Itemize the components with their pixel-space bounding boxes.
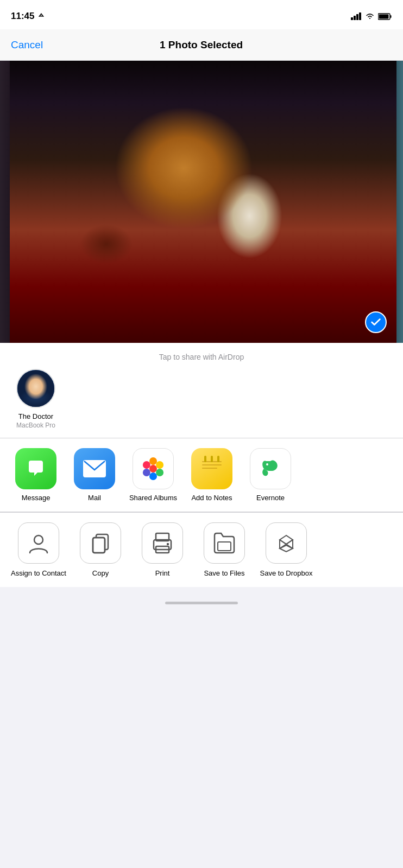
action-assign-contact[interactable]: Assign to Contact [9,522,68,578]
svg-rect-4 [359,12,361,20]
svg-rect-22 [211,456,213,462]
airdrop-device[interactable]: The Doctor MacBook Pro [16,369,55,429]
action-shared-albums[interactable]: Shared Albums [126,448,180,503]
home-bar [165,602,238,604]
copy-icon [80,522,121,564]
svg-point-13 [156,469,163,476]
action-copy[interactable]: Copy [71,522,130,578]
svg-rect-20 [202,468,217,469]
action-mail[interactable]: Mail [67,448,122,503]
system-actions-scroll: Assign to Contact Copy [0,522,403,578]
device-name: The Doctor [18,412,53,420]
svg-rect-7 [379,14,389,18]
system-actions-row: Assign to Contact Copy [0,513,403,587]
svg-rect-32 [167,543,169,545]
svg-point-24 [266,463,268,465]
signal-icon [351,12,362,20]
status-bar: 11:45 [0,0,403,29]
action-save-files-label: Save to Files [204,569,244,578]
photo-image [10,61,396,343]
print-icon [142,522,183,564]
action-notes-label: Add to Notes [191,494,232,503]
action-message-label: Message [22,494,51,503]
avatar-face [17,370,54,407]
wifi-icon [365,12,375,20]
device-type: MacBook Pro [16,422,55,429]
svg-rect-21 [204,456,206,462]
svg-rect-19 [202,464,222,465]
photo-next [396,61,403,343]
assign-contact-icon [18,522,59,564]
svg-rect-33 [218,542,231,551]
dog-overlay [10,61,396,343]
status-icons [351,12,392,20]
cancel-button[interactable]: Cancel [11,39,43,51]
action-save-dropbox[interactable]: Save to Dropbox [256,522,316,578]
action-assign-contact-label: Assign to Contact [11,569,66,578]
battery-icon [378,13,392,20]
svg-point-10 [149,465,157,473]
action-mail-label: Mail [88,494,101,503]
svg-rect-27 [93,538,105,553]
photo-main [10,61,396,343]
svg-point-12 [156,461,163,469]
selection-checkmark [365,311,387,333]
avatar [16,369,55,408]
save-files-icon [204,522,245,564]
airdrop-section: Tap to share with AirDrop The Doctor Mac… [0,343,403,438]
svg-rect-6 [391,15,392,18]
svg-rect-2 [354,16,356,20]
share-sheet: Tap to share with AirDrop The Doctor Mac… [0,343,403,587]
home-indicator [0,587,403,614]
action-add-notes[interactable]: Add to Notes [185,448,239,503]
notes-icon [191,448,232,489]
svg-point-15 [143,469,150,476]
svg-point-25 [34,535,43,544]
app-actions-row: Message Mail [0,438,403,512]
mail-icon [74,448,115,489]
status-time: 11:45 [11,11,45,22]
action-evernote-label: Evernote [256,494,285,503]
svg-rect-3 [356,14,358,20]
photo-strip [0,61,403,343]
action-copy-label: Copy [92,569,109,578]
message-icon [15,448,56,489]
svg-rect-1 [351,17,353,20]
shared-albums-icon [133,448,174,489]
action-save-files[interactable]: Save to Files [194,522,254,578]
nav-title: 1 Photo Selected [160,39,243,51]
nav-bar: Cancel 1 Photo Selected [0,29,403,61]
airdrop-label: Tap to share with AirDrop [11,353,392,361]
action-evernote[interactable]: Evernote [243,448,298,503]
action-save-dropbox-label: Save to Dropbox [260,569,313,578]
action-print[interactable]: Print [133,522,192,578]
app-actions-scroll: Message Mail [0,448,403,503]
svg-point-11 [149,457,157,465]
photo-prev [0,61,10,343]
svg-point-14 [149,473,157,480]
airdrop-devices: The Doctor MacBook Pro [11,369,392,429]
action-print-label: Print [155,569,170,578]
dropbox-icon [266,522,307,564]
svg-point-16 [143,461,150,469]
action-message[interactable]: Message [9,448,63,503]
evernote-icon [250,448,291,489]
svg-rect-23 [217,456,219,462]
action-shared-albums-label: Shared Albums [129,494,177,503]
